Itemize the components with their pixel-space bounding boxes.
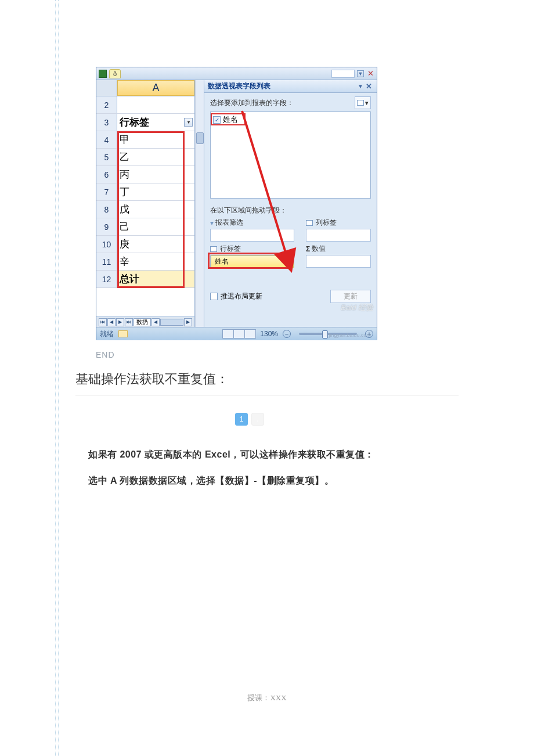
values-area[interactable] (306, 255, 371, 268)
row-header[interactable]: 3 (96, 114, 117, 131)
cell[interactable]: 丙 (117, 166, 194, 183)
hscroll[interactable] (160, 319, 183, 326)
row[interactable]: 2 (96, 96, 194, 114)
status-ready: 就绪 (100, 329, 114, 339)
row-area[interactable]: 姓名 ▼ (210, 255, 294, 268)
column-area-label: 列标签 (306, 218, 371, 228)
scroll-right-button[interactable]: ▶ (184, 318, 192, 326)
cell[interactable]: 己 (117, 218, 194, 235)
values-area-label: Σ 数值 (306, 244, 371, 254)
next-sheet-button[interactable]: ▶ (116, 318, 124, 326)
step-indicator: 1 . (235, 413, 264, 426)
select-all-corner[interactable] (96, 80, 117, 96)
worksheet-grid[interactable]: A 23行标签▾4甲5乙6丙7丁8戊9己10庚11辛12总计 ⏮ ◀ ▶ ⏭ 数… (96, 80, 195, 327)
row-header[interactable]: 8 (96, 201, 117, 218)
divider (75, 395, 459, 395)
last-sheet-button[interactable]: ⏭ (125, 318, 133, 326)
choose-fields-label: 选择要添加到报表的字段： (210, 98, 294, 108)
row[interactable]: 5乙 (96, 149, 194, 166)
column-area[interactable] (306, 229, 371, 242)
row[interactable]: 10庚 (96, 236, 194, 253)
normal-view-button[interactable] (222, 329, 234, 339)
cell[interactable]: 甲 (117, 131, 194, 148)
dropdown-icon[interactable]: ▼ (284, 258, 290, 264)
dropdown-icon[interactable]: ▼ (357, 70, 364, 77)
excel-screenshot: ð ▼ ✕ A 23行标签▾4甲5乙6丙7丁8戊9己10庚11辛12总计 ⏮ ◀ (96, 67, 377, 340)
row-header[interactable]: 5 (96, 149, 117, 165)
pane-menu-icon[interactable]: ▼ (358, 83, 365, 90)
watermark: Baid 经验 (341, 303, 373, 313)
field-label: 姓名 (223, 114, 238, 125)
grid-icon (210, 246, 217, 252)
cell[interactable]: 总计 (117, 271, 194, 287)
status-bar: 就绪 130% − + jingyan.baidu.com (96, 327, 377, 340)
row[interactable]: 12总计 (96, 271, 194, 288)
layout-icon (357, 100, 364, 106)
row-header[interactable]: 6 (96, 166, 117, 183)
column-header-a[interactable]: A (117, 80, 194, 96)
workbook-tabbar: ð ▼ ✕ (96, 67, 377, 80)
zoom-out-button[interactable]: − (283, 330, 291, 338)
cell[interactable]: 戊 (117, 201, 194, 218)
filter-dropdown-icon[interactable]: ▾ (184, 118, 193, 127)
row-header[interactable]: 7 (96, 183, 117, 200)
cell[interactable]: 庚 (117, 236, 194, 253)
close-icon[interactable]: ✕ (366, 69, 374, 78)
workbook-tab[interactable]: ð (109, 69, 121, 78)
row[interactable]: 3行标签▾ (96, 114, 194, 131)
defer-checkbox[interactable] (210, 293, 218, 300)
row-header[interactable]: 4 (96, 131, 117, 148)
zoom-level[interactable]: 130% (260, 330, 278, 338)
field-item-name[interactable]: ✓ 姓名 (212, 114, 369, 125)
row[interactable]: 11辛 (96, 253, 194, 271)
row-header[interactable]: 9 (96, 218, 117, 235)
row-header[interactable]: 12 (96, 271, 117, 287)
cell[interactable]: 辛 (117, 253, 194, 270)
row-item-label: 姓名 (215, 257, 229, 267)
row-area-label: 行标签 (210, 244, 294, 254)
sheet-tabs: ⏮ ◀ ▶ ⏭ 数扔 ◀ ▶ (96, 316, 194, 327)
cell[interactable]: 乙 (117, 149, 194, 165)
row[interactable]: 6丙 (96, 166, 194, 183)
sheet-tab[interactable]: 数扔 (134, 318, 151, 326)
cell[interactable]: 丁 (117, 183, 194, 200)
row-area-item[interactable]: 姓名 ▼ (211, 255, 294, 268)
row[interactable]: 9己 (96, 218, 194, 236)
footer: 授课：XXX (0, 693, 534, 703)
step-dot[interactable]: . (251, 413, 264, 426)
row[interactable]: 8戊 (96, 201, 194, 218)
watermark-url: jingyan.baidu.com (329, 332, 371, 338)
name-box[interactable] (331, 70, 355, 78)
row[interactable]: 7丁 (96, 183, 194, 201)
page-layout-view-button[interactable] (233, 329, 245, 339)
paragraph-2: 选中 A 列数据数据区域，选择【数据】-【删除重复项】。 (88, 473, 334, 488)
row-header[interactable]: 2 (96, 96, 117, 113)
prev-sheet-button[interactable]: ◀ (107, 318, 116, 326)
first-sheet-button[interactable]: ⏮ (99, 318, 107, 326)
funnel-icon: ▾ (210, 219, 214, 227)
section-title: 基础操作法获取不重复值： (75, 370, 229, 388)
cell[interactable]: 行标签▾ (117, 114, 194, 131)
pane-close-icon[interactable]: ✕ (365, 82, 373, 91)
field-list[interactable]: ✓ 姓名 (210, 111, 371, 199)
scroll-left-button[interactable]: ◀ (151, 318, 160, 326)
drag-areas-label: 在以下区域间拖动字段： (210, 206, 287, 215)
row-header[interactable]: 11 (96, 253, 117, 270)
step-1[interactable]: 1 (235, 413, 248, 426)
row[interactable]: 4甲 (96, 131, 194, 149)
defer-label: 推迟布局更新 (221, 291, 262, 301)
update-button[interactable]: 更新 (330, 290, 371, 303)
checkbox-checked-icon[interactable]: ✓ (213, 116, 221, 124)
paragraph-1: 如果有 2007 或更高版本的 Excel，可以这样操作来获取不重复值： (88, 447, 374, 462)
record-macro-icon[interactable] (118, 330, 128, 337)
pivot-field-list-pane: 数据透视表字段列表 ▼ ✕ 选择要添加到报表的字段： ▾ ✓ 姓名 (204, 80, 377, 327)
vscroll[interactable] (195, 80, 204, 327)
row-header[interactable]: 10 (96, 236, 117, 253)
pane-title: 数据透视表字段列表 (208, 81, 270, 91)
filter-area-label: ▾ 报表筛选 (210, 218, 294, 228)
page-break-view-button[interactable] (244, 329, 256, 339)
field-list-layout-button[interactable]: ▾ (355, 96, 371, 109)
sigma-icon: Σ (306, 245, 310, 253)
cell[interactable] (117, 96, 194, 113)
filter-area[interactable] (210, 229, 294, 242)
